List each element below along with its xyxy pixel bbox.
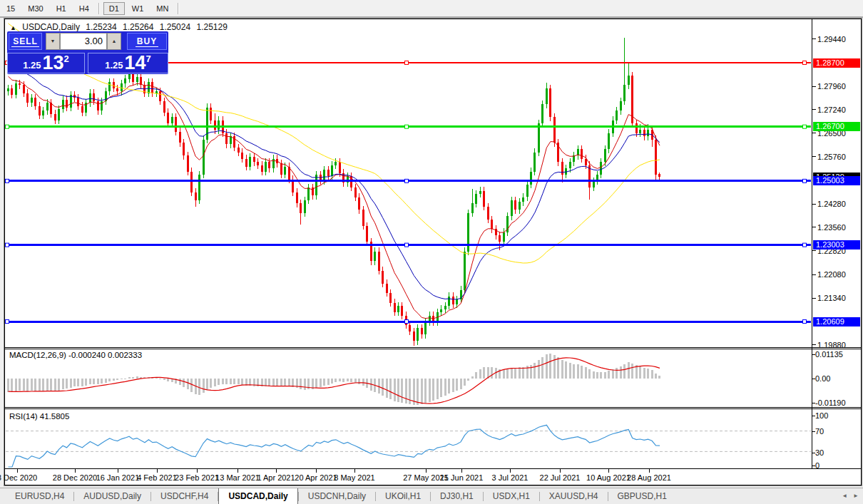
rsi-tick-label: 100 xyxy=(815,411,828,420)
sell-price-big: 13 xyxy=(43,54,64,72)
level-price-badge: 1.28700 xyxy=(813,58,860,68)
price-axis-line xyxy=(812,19,812,468)
ohlc-high: 1.25264 xyxy=(123,22,153,32)
tab-scroll-right-icon[interactable]: ► xyxy=(853,493,863,499)
ohlc-close: 1.25129 xyxy=(197,22,228,32)
price-tick-label: 1.19880 xyxy=(817,341,846,349)
date-tick-label: 8 Dec 2020 xyxy=(0,473,47,482)
tab-ukoil-h1[interactable]: UKOil,H1 xyxy=(376,488,430,504)
price-tick-label: 1.27960 xyxy=(817,82,846,91)
price-tick-label: 1.27240 xyxy=(817,106,846,114)
macd-tick-label: -0.01190 xyxy=(815,398,846,407)
sell-button-label: SELL xyxy=(11,36,39,47)
chart-canvas[interactable] xyxy=(0,0,863,504)
price-tick-label: 1.29440 xyxy=(817,35,846,43)
tab-audusd-daily[interactable]: AUDUSD,Daily xyxy=(74,488,150,504)
buy-price-big: 14 xyxy=(125,54,146,72)
tab-eurusd-h4[interactable]: EURUSD,H4 xyxy=(6,488,73,504)
ohlc-open: 1.25234 xyxy=(86,22,116,32)
tab-scroll-left-icon[interactable]: ◄ xyxy=(842,493,853,499)
pane-separator xyxy=(4,408,862,409)
buy-price-small: 1.25 xyxy=(105,60,123,71)
level-price-badge: 1.26700 xyxy=(813,122,860,131)
chart-collapse-icon[interactable]: ▲ xyxy=(10,24,16,31)
tab-usdcnh-daily[interactable]: USDCNH,Daily xyxy=(299,488,375,504)
sell-button[interactable]: SELL xyxy=(9,33,42,50)
sell-price-small: 1.25 xyxy=(23,60,41,71)
chevron-up-icon: ▲ xyxy=(112,38,117,43)
tab-xauusd-h4[interactable]: XAUUSD,H4 xyxy=(540,488,608,504)
price-tick-label: 1.25760 xyxy=(817,153,846,161)
one-click-trade-panel: SELL ▼ 3.00 ▲ BUY 1.25 13 2 1.25 14 7 xyxy=(7,31,168,74)
pane-separator xyxy=(4,349,862,349)
macd-tick-label: 0.00 xyxy=(815,374,830,383)
chevron-down-icon: ▼ xyxy=(51,38,56,43)
sell-price-sup: 2 xyxy=(64,53,69,64)
pane-separator xyxy=(4,468,862,469)
terminal-workspace: 15M30H1H4D1W1MN ▲ USDCAD,Daily 1.25234 1… xyxy=(0,0,863,504)
sell-price-button[interactable]: 1.25 13 2 xyxy=(7,53,85,73)
price-tick-label: 1.23560 xyxy=(817,223,846,232)
tab-gbpusd-h1[interactable]: GBPUSD,H1 xyxy=(608,488,676,504)
rsi-label: RSI(14) 41.5805 xyxy=(9,412,69,421)
chart-symbol-label: USDCAD,Daily xyxy=(22,22,80,32)
chart-tab-bar: ◄► EURUSD,H4AUDUSD,DailyUSDCHF,H4USDCAD,… xyxy=(0,488,863,504)
buy-button[interactable]: BUY xyxy=(127,33,167,50)
macd-label: MACD(12,26,9) -0.000240 0.002333 xyxy=(9,351,142,359)
macd-tick-label: 0.01135 xyxy=(815,350,843,359)
tab-usdchf-h4[interactable]: USDCHF,H4 xyxy=(151,488,218,504)
volume-decrease-button[interactable]: ▼ xyxy=(46,33,60,50)
tab-dj30-h1[interactable]: DJ30,H1 xyxy=(431,488,483,504)
price-tick-label: 1.22080 xyxy=(817,270,846,279)
rsi-tick-label: 70 xyxy=(815,427,824,436)
date-tick-label: 8 May 2021 xyxy=(325,473,384,482)
ohlc-low: 1.25024 xyxy=(160,22,190,32)
tab-usdx-h1[interactable]: USDX,H1 xyxy=(484,488,539,504)
volume-increase-button[interactable]: ▲ xyxy=(107,33,121,50)
price-tick-label: 1.21340 xyxy=(817,294,846,302)
price-tick-label: 1.24280 xyxy=(817,200,846,208)
buy-button-label: BUY xyxy=(136,36,158,47)
date-tick-label: 28 Aug 2021 xyxy=(619,473,679,482)
rsi-tick-label: 30 xyxy=(815,448,824,457)
level-price-badge: 1.20609 xyxy=(813,317,860,326)
rsi-tick-label: 0 xyxy=(815,461,819,470)
pane-separator[interactable] xyxy=(4,347,862,348)
buy-price-sup: 7 xyxy=(146,53,151,64)
pane-separator[interactable] xyxy=(4,407,862,408)
chart-title-bar: ▲ USDCAD,Daily 1.25234 1.25264 1.25024 1… xyxy=(10,22,231,32)
buy-price-button[interactable]: 1.25 14 7 xyxy=(88,53,168,73)
level-price-badge: 1.23003 xyxy=(813,240,860,250)
tab-usdcad-daily[interactable]: USDCAD,Daily xyxy=(218,488,297,504)
volume-input[interactable]: 3.00 xyxy=(60,33,107,50)
level-price-badge: 1.25003 xyxy=(813,176,860,185)
